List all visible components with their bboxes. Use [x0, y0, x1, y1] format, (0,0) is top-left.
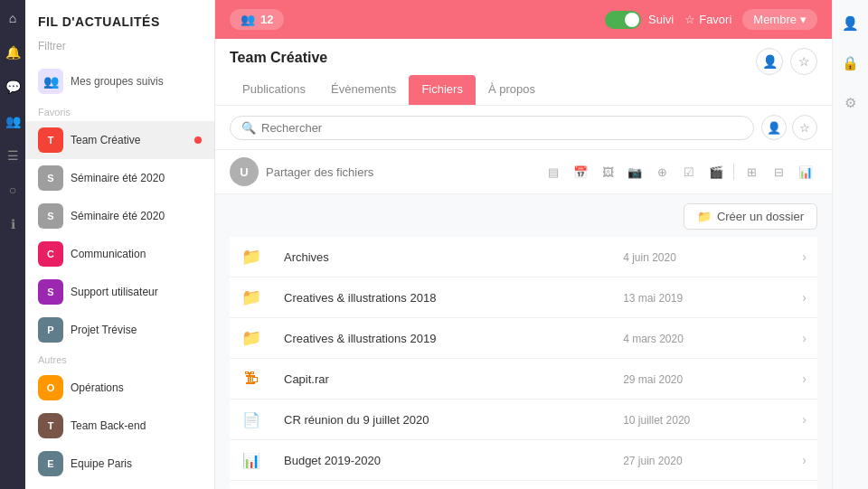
file-row-talkspirit[interactable]: 📑 2019-12 Talkspirit présentation 4 févr… — [230, 481, 817, 490]
file-name-archives: Archives — [284, 250, 329, 264]
file-row-creatives-2019[interactable]: 📁 Creatives & illustrations 2019 4 mars … — [230, 318, 817, 359]
chart-icon[interactable]: 📊 — [794, 160, 817, 183]
person-icon[interactable]: ○ — [4, 181, 22, 199]
sidebar-item-communication[interactable]: C Communication — [25, 235, 214, 273]
right-settings-icon[interactable]: ⚙ — [838, 90, 863, 116]
file-chevron-cr-reunion[interactable]: › — [802, 412, 807, 427]
tabs-row: PublicationsÉvènementsFichiersÀ propos — [230, 75, 817, 105]
format-icon[interactable]: ▤ — [542, 160, 565, 183]
check-icon[interactable]: ☑ — [677, 160, 701, 183]
group-header: Team Créative 👤 ☆ PublicationsÉvènements… — [215, 39, 832, 106]
file-name-cr-reunion: CR réunion du 9 juillet 2020 — [284, 413, 429, 427]
item-avatar-team-backend: T — [38, 413, 63, 438]
grid-icon[interactable]: ⊞ — [740, 160, 763, 183]
right-rail: 👤 🔒 ⚙ — [832, 0, 868, 489]
file-chevron-archives[interactable]: › — [802, 249, 807, 264]
create-folder-label: Créer un dossier — [717, 210, 804, 223]
sidebar-item-seminaire-2[interactable]: S Séminaire été 2020 — [25, 197, 214, 235]
file-name-capit: Capit.rar — [284, 372, 329, 386]
user-filter-icon[interactable]: 👤 — [761, 115, 787, 140]
item-label-team-creative: Team Créative — [71, 134, 187, 146]
feed-icon[interactable]: ☰ — [4, 146, 22, 165]
file-date-capit: 29 mai 2020 — [623, 373, 683, 386]
folder-plus-icon: 📁 — [697, 210, 712, 223]
star-filter-icon[interactable]: ☆ — [792, 115, 817, 140]
star-icon-btn[interactable]: ☆ — [790, 48, 817, 75]
file-date-creatives-2018: 13 mai 2019 — [623, 292, 683, 305]
image-icon[interactable]: 🖼 — [596, 160, 619, 183]
my-groups-icon: 👥 — [38, 69, 63, 94]
search-input[interactable] — [261, 121, 742, 135]
sidebar-item-satisfaction[interactable]: S Satisfaction Clients — [25, 483, 214, 489]
file-type-icon-archives: 📁 — [241, 246, 262, 268]
tab-fichiers[interactable]: Fichiers — [409, 75, 476, 105]
file-chevron-creatives-2018[interactable]: › — [802, 290, 807, 305]
share-row: U ▤ 📅 🖼 📷 ⊕ ☑ 🎬 ⊞ ⊟ 📊 — [215, 150, 832, 194]
calendar-icon[interactable]: 📅 — [569, 160, 592, 183]
search-input-wrap: 🔍 — [230, 116, 754, 140]
file-row-capit[interactable]: 🗜 Capit.rar 29 mai 2020 › — [230, 359, 817, 400]
chat-icon[interactable]: 💬 — [4, 78, 22, 96]
item-avatar-operations: O — [38, 375, 63, 400]
sidebar-item-support[interactable]: S Support utilisateur — [25, 273, 214, 311]
sidebar-item-equipe-paris[interactable]: E Equipe Paris — [25, 445, 214, 483]
table-icon[interactable]: ⊟ — [767, 160, 790, 183]
file-list-area: 📁 Créer un dossier 📁 Archives 4 juin 202… — [215, 194, 832, 489]
favoris-list: T Team Créative S Séminaire été 2020 S S… — [25, 121, 214, 349]
filter-label: Filtrer — [25, 40, 214, 61]
tab-evenements[interactable]: Évènements — [318, 75, 409, 105]
icon-rail: ⌂ 🔔 💬 👥 ☰ ○ ℹ — [0, 0, 25, 489]
sidebar-item-team-backend[interactable]: T Team Back-end — [25, 407, 214, 445]
right-profile-icon[interactable]: 👤 — [838, 11, 863, 36]
item-avatar-projet-trevise: P — [38, 317, 63, 343]
home-icon[interactable]: ⌂ — [4, 9, 22, 27]
bell-icon[interactable]: 🔔 — [4, 43, 22, 61]
sidebar-item-seminaire-1[interactable]: S Séminaire été 2020 — [25, 159, 214, 197]
file-row-budget[interactable]: 📊 Budget 2019-2020 27 juin 2020 › — [230, 440, 817, 481]
favoris-section-label: Favoris — [25, 101, 214, 121]
sidebar-item-operations[interactable]: O Opérations — [25, 369, 214, 407]
info-icon[interactable]: ℹ — [4, 215, 22, 233]
file-row-archives[interactable]: 📁 Archives 4 juin 2020 › — [230, 237, 817, 277]
file-name-budget: Budget 2019-2020 — [284, 454, 381, 467]
file-table: 📁 Archives 4 juin 2020 › 📁 Creatives & i… — [230, 237, 817, 489]
members-count-badge[interactable]: 👥 12 — [230, 9, 284, 30]
file-chevron-budget[interactable]: › — [802, 453, 807, 467]
membre-button[interactable]: Membre ▾ — [742, 9, 817, 30]
file-date-archives: 4 juin 2020 — [623, 251, 676, 264]
photo-icon[interactable]: 📷 — [623, 160, 646, 183]
sidebar-item-projet-trevise[interactable]: P Projet Trévise — [25, 311, 214, 349]
topbar: 👥 12 Suivi ☆ Favori Membre ▾ — [215, 0, 832, 39]
users-icon[interactable]: 👥 — [4, 112, 22, 130]
share-input[interactable] — [266, 165, 534, 179]
right-lock-icon[interactable]: 🔒 — [838, 51, 863, 76]
file-type-icon-creatives-2019: 📁 — [241, 327, 262, 349]
members-count: 12 — [260, 13, 273, 26]
file-name-creatives-2018: Creatives & illustrations 2018 — [284, 291, 436, 305]
item-label-seminaire-1: Séminaire été 2020 — [71, 172, 202, 184]
suivi-toggle[interactable] — [605, 11, 641, 29]
file-row-cr-reunion[interactable]: 📄 CR réunion du 9 juillet 2020 10 juille… — [230, 400, 817, 440]
file-chevron-capit[interactable]: › — [802, 371, 807, 386]
sidebar-item-team-creative[interactable]: T Team Créative — [25, 121, 214, 159]
suivi-label: Suivi — [648, 13, 674, 26]
tab-apropos[interactable]: À propos — [476, 75, 548, 105]
file-type-icon-cr-reunion: 📄 — [241, 409, 262, 430]
circle-icon[interactable]: ⊕ — [650, 160, 674, 183]
video-icon[interactable]: 🎬 — [704, 160, 728, 183]
toggle-area: Suivi — [605, 11, 674, 29]
file-type-icon-budget: 📊 — [241, 449, 262, 471]
my-groups-item[interactable]: 👥 Mes groupes suivis — [25, 61, 214, 101]
file-chevron-creatives-2019[interactable]: › — [802, 331, 807, 345]
profile-icon-btn[interactable]: 👤 — [756, 48, 783, 75]
item-label-support: Support utilisateur — [71, 286, 202, 298]
tab-publications[interactable]: Publications — [230, 75, 318, 105]
favori-area[interactable]: ☆ Favori — [684, 13, 731, 26]
file-row-creatives-2018[interactable]: 📁 Creatives & illustrations 2018 13 mai … — [230, 277, 817, 318]
file-date-creatives-2019: 4 mars 2020 — [623, 333, 684, 345]
item-label-operations: Opérations — [71, 381, 202, 394]
favori-label: Favori — [699, 13, 731, 26]
create-folder-button[interactable]: 📁 Créer un dossier — [684, 203, 817, 230]
share-toolbar: ▤ 📅 🖼 📷 ⊕ ☑ 🎬 ⊞ ⊟ 📊 — [542, 160, 817, 183]
item-avatar-equipe-paris: E — [38, 451, 63, 476]
